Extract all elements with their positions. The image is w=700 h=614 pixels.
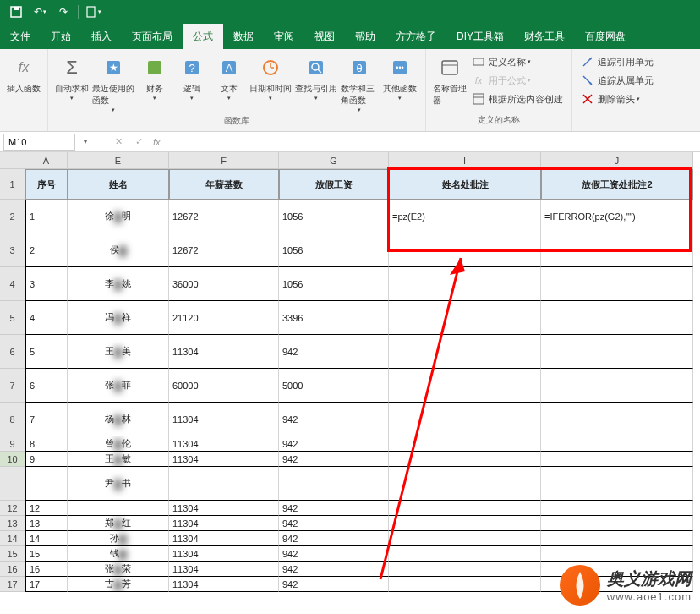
- menu-home[interactable]: 开始: [41, 24, 81, 49]
- cell[interactable]: [389, 467, 541, 501]
- cell[interactable]: 942: [279, 562, 389, 577]
- cell[interactable]: 60000: [169, 369, 279, 403]
- cell[interactable]: 尹▓书: [68, 467, 169, 501]
- define-name-button[interactable]: 定义名称 ▾: [468, 52, 566, 71]
- trace-dependents-button[interactable]: 追踪从属单元: [577, 71, 657, 90]
- cell[interactable]: 11304: [169, 436, 279, 452]
- row-header[interactable]: 3: [0, 233, 25, 267]
- cell[interactable]: 12672: [169, 200, 279, 233]
- row-header[interactable]: 15: [0, 546, 25, 562]
- cell[interactable]: 徐▓明: [68, 200, 169, 233]
- cell[interactable]: [389, 516, 541, 531]
- menu-view[interactable]: 视图: [304, 24, 345, 49]
- datetime-button[interactable]: 日期和时间▾: [248, 52, 293, 103]
- cell[interactable]: 942: [279, 403, 389, 436]
- cell[interactable]: 古▓芳: [68, 577, 169, 592]
- cell[interactable]: [541, 335, 693, 369]
- menu-layout[interactable]: 页面布局: [122, 24, 183, 49]
- cell[interactable]: 4: [25, 301, 68, 335]
- menu-insert[interactable]: 插入: [81, 24, 122, 49]
- cell[interactable]: [389, 403, 541, 436]
- cell[interactable]: [389, 369, 541, 403]
- cell[interactable]: [389, 452, 541, 467]
- cell[interactable]: 5: [25, 335, 68, 369]
- cell[interactable]: 张▓荣: [68, 562, 169, 577]
- cell[interactable]: 6: [25, 369, 68, 403]
- cell[interactable]: 12: [25, 501, 68, 516]
- col-header[interactable]: E: [68, 152, 169, 169]
- cell[interactable]: 11304: [169, 531, 279, 546]
- cell[interactable]: 8: [25, 436, 68, 452]
- row-header[interactable]: 5: [0, 301, 25, 335]
- col-header[interactable]: F: [169, 152, 279, 169]
- cell[interactable]: 942: [279, 546, 389, 562]
- redo-icon[interactable]: ↷: [53, 3, 74, 21]
- col-header[interactable]: G: [279, 152, 389, 169]
- menu-data[interactable]: 数据: [223, 24, 264, 49]
- insert-function-button[interactable]: fx 插入函数: [5, 52, 42, 96]
- cell[interactable]: 11304: [169, 562, 279, 577]
- col-header[interactable]: J: [541, 152, 693, 169]
- other-fn-button[interactable]: ••• 其他函数▾: [380, 52, 420, 103]
- header-cell[interactable]: 放假工资: [279, 169, 389, 200]
- row-header[interactable]: 7: [0, 369, 25, 403]
- cell[interactable]: [389, 267, 541, 301]
- cell[interactable]: =IFERROR(pz(G2),""): [541, 200, 693, 233]
- menu-diy[interactable]: DIY工具箱: [446, 24, 514, 49]
- cell[interactable]: 942: [279, 531, 389, 546]
- cell[interactable]: 杨▓林: [68, 403, 169, 436]
- cell[interactable]: [389, 233, 541, 267]
- recent-fn-button[interactable]: ★ 最近使用的函数▾: [90, 52, 136, 115]
- row-header[interactable]: 4: [0, 267, 25, 301]
- cell[interactable]: 侯▓: [68, 233, 169, 267]
- cell[interactable]: 郑▓红: [68, 516, 169, 531]
- cell[interactable]: 36000: [169, 267, 279, 301]
- cell[interactable]: [541, 436, 693, 452]
- header-cell[interactable]: 姓名处批注: [389, 169, 541, 200]
- row-header[interactable]: 12: [0, 501, 25, 516]
- name-box[interactable]: M10: [3, 134, 75, 151]
- cell[interactable]: =pz(E2): [389, 200, 541, 233]
- select-all-corner[interactable]: [0, 152, 25, 169]
- cell[interactable]: 王▓敏: [68, 452, 169, 467]
- trace-precedents-button[interactable]: 追踪引用单元: [577, 52, 657, 71]
- cell[interactable]: 冯▓祥: [68, 301, 169, 335]
- cell[interactable]: 15: [25, 546, 68, 562]
- name-box-dropdown-icon[interactable]: ▾: [79, 138, 91, 145]
- save-icon[interactable]: [6, 3, 26, 21]
- cell[interactable]: 11304: [169, 546, 279, 562]
- new-icon[interactable]: ▾: [83, 3, 103, 21]
- cell[interactable]: 11304: [169, 577, 279, 592]
- cell[interactable]: 16: [25, 562, 68, 577]
- row-header[interactable]: 16: [0, 562, 25, 577]
- cell[interactable]: [389, 335, 541, 369]
- cell[interactable]: 2: [25, 233, 68, 267]
- cell[interactable]: 12672: [169, 233, 279, 267]
- cell[interactable]: 11304: [169, 335, 279, 369]
- row-header[interactable]: 8: [0, 403, 25, 436]
- cell[interactable]: [541, 403, 693, 436]
- header-cell[interactable]: 放假工资处批注2: [541, 169, 693, 200]
- cell[interactable]: 13: [25, 516, 68, 531]
- menu-help[interactable]: 帮助: [345, 24, 386, 49]
- cell[interactable]: 1056: [279, 233, 389, 267]
- row-header[interactable]: 9: [0, 436, 25, 452]
- use-formula-button[interactable]: fx用于公式 ▾: [468, 71, 566, 90]
- cell[interactable]: [541, 452, 693, 467]
- cell[interactable]: [541, 369, 693, 403]
- cell[interactable]: 1056: [279, 267, 389, 301]
- autosum-button[interactable]: Σ 自动求和▾: [53, 52, 90, 103]
- cell[interactable]: 11304: [169, 403, 279, 436]
- cell[interactable]: 9: [25, 452, 68, 467]
- col-header[interactable]: A: [25, 152, 68, 169]
- spreadsheet-grid[interactable]: AEFGIJ 12345678910121314151617 序号姓名年薪基数放…: [0, 152, 700, 614]
- row-header[interactable]: [0, 467, 25, 501]
- cell[interactable]: [169, 467, 279, 501]
- cell[interactable]: 李▓姚: [68, 267, 169, 301]
- cell[interactable]: [541, 531, 693, 546]
- cell[interactable]: 942: [279, 501, 389, 516]
- cell[interactable]: 曾▓伦: [68, 436, 169, 452]
- menu-formula[interactable]: 公式: [183, 24, 223, 49]
- cell[interactable]: 14: [25, 531, 68, 546]
- row-header[interactable]: 14: [0, 531, 25, 546]
